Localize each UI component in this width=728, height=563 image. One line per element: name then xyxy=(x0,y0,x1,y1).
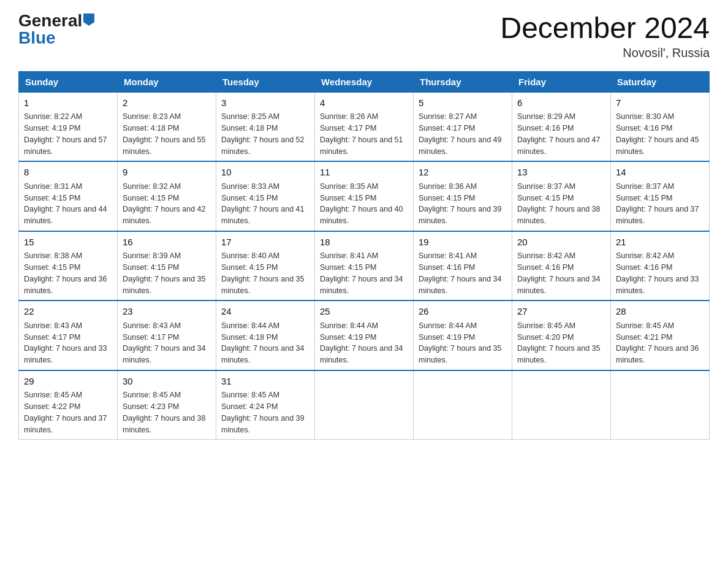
day-sunrise: Sunrise: 8:36 AM xyxy=(419,182,477,191)
day-sunrise: Sunrise: 8:25 AM xyxy=(221,112,279,121)
day-daylight: Daylight: 7 hours and 40 minutes. xyxy=(320,205,403,225)
day-number: 25 xyxy=(320,305,408,319)
day-sunrise: Sunrise: 8:23 AM xyxy=(123,112,181,121)
table-row: 5Sunrise: 8:27 AMSunset: 4:17 PMDaylight… xyxy=(414,92,512,161)
day-sunrise: Sunrise: 8:37 AM xyxy=(517,182,575,191)
day-number: 16 xyxy=(123,236,211,250)
day-sunrise: Sunrise: 8:45 AM xyxy=(221,391,279,399)
table-row: 26Sunrise: 8:44 AMSunset: 4:19 PMDayligh… xyxy=(414,301,512,370)
day-sunset: Sunset: 4:16 PM xyxy=(616,124,672,132)
day-number: 22 xyxy=(24,305,112,319)
day-sunset: Sunset: 4:18 PM xyxy=(221,124,278,132)
day-sunset: Sunset: 4:23 PM xyxy=(123,402,179,411)
day-sunset: Sunset: 4:15 PM xyxy=(419,194,475,202)
day-sunset: Sunset: 4:19 PM xyxy=(24,124,80,132)
day-sunset: Sunset: 4:24 PM xyxy=(221,402,278,411)
day-daylight: Daylight: 7 hours and 39 minutes. xyxy=(419,205,502,225)
day-number: 14 xyxy=(616,166,704,180)
header-saturday: Saturday xyxy=(611,71,710,92)
table-row: 1Sunrise: 8:22 AMSunset: 4:19 PMDaylight… xyxy=(19,92,118,161)
day-daylight: Daylight: 7 hours and 55 minutes. xyxy=(123,136,206,156)
day-daylight: Daylight: 7 hours and 35 minutes. xyxy=(221,275,305,295)
day-daylight: Daylight: 7 hours and 49 minutes. xyxy=(419,136,502,156)
day-sunset: Sunset: 4:15 PM xyxy=(320,263,376,272)
table-row: 19Sunrise: 8:41 AMSunset: 4:16 PMDayligh… xyxy=(414,231,512,301)
day-daylight: Daylight: 7 hours and 35 minutes. xyxy=(517,344,601,364)
logo: General Blue xyxy=(18,12,94,47)
table-row xyxy=(414,370,512,440)
day-daylight: Daylight: 7 hours and 34 minutes. xyxy=(320,344,403,364)
day-number: 26 xyxy=(419,305,507,319)
table-row: 10Sunrise: 8:33 AMSunset: 4:15 PMDayligh… xyxy=(216,161,315,231)
table-row: 16Sunrise: 8:39 AMSunset: 4:15 PMDayligh… xyxy=(118,231,216,301)
day-sunrise: Sunrise: 8:44 AM xyxy=(320,321,378,330)
day-sunset: Sunset: 4:17 PM xyxy=(24,333,80,342)
day-number: 28 xyxy=(616,305,704,319)
day-number: 10 xyxy=(221,166,309,180)
day-number: 1 xyxy=(24,96,112,110)
table-row: 28Sunrise: 8:45 AMSunset: 4:21 PMDayligh… xyxy=(611,301,710,370)
table-row xyxy=(611,370,710,440)
day-number: 19 xyxy=(419,236,507,250)
day-sunset: Sunset: 4:15 PM xyxy=(616,194,672,202)
day-sunrise: Sunrise: 8:42 AM xyxy=(616,251,674,260)
day-sunset: Sunset: 4:17 PM xyxy=(419,124,475,132)
day-daylight: Daylight: 7 hours and 45 minutes. xyxy=(616,136,699,156)
day-daylight: Daylight: 7 hours and 36 minutes. xyxy=(616,344,699,364)
day-sunrise: Sunrise: 8:37 AM xyxy=(616,182,674,191)
day-daylight: Daylight: 7 hours and 34 minutes. xyxy=(221,344,305,364)
day-daylight: Daylight: 7 hours and 34 minutes. xyxy=(419,275,502,295)
day-daylight: Daylight: 7 hours and 35 minutes. xyxy=(123,275,206,295)
table-row: 9Sunrise: 8:32 AMSunset: 4:15 PMDaylight… xyxy=(118,161,216,231)
day-daylight: Daylight: 7 hours and 33 minutes. xyxy=(24,344,107,364)
day-sunrise: Sunrise: 8:22 AM xyxy=(24,112,82,121)
table-row xyxy=(512,370,611,440)
table-row: 13Sunrise: 8:37 AMSunset: 4:15 PMDayligh… xyxy=(512,161,611,231)
day-daylight: Daylight: 7 hours and 38 minutes. xyxy=(123,414,206,434)
page-header: General Blue December 2024 Novosil', Rus… xyxy=(18,12,710,60)
calendar-week-row: 1Sunrise: 8:22 AMSunset: 4:19 PMDaylight… xyxy=(19,92,710,161)
day-number: 17 xyxy=(221,236,309,250)
table-row: 22Sunrise: 8:43 AMSunset: 4:17 PMDayligh… xyxy=(19,301,118,370)
calendar-header-row: Sunday Monday Tuesday Wednesday Thursday… xyxy=(19,71,710,92)
day-sunset: Sunset: 4:15 PM xyxy=(123,263,179,272)
day-number: 5 xyxy=(419,96,507,110)
day-number: 12 xyxy=(419,166,507,180)
calendar-title: December 2024 xyxy=(500,12,710,45)
day-sunrise: Sunrise: 8:44 AM xyxy=(419,321,477,330)
day-sunset: Sunset: 4:15 PM xyxy=(24,263,80,272)
day-sunset: Sunset: 4:15 PM xyxy=(517,194,574,202)
day-sunrise: Sunrise: 8:45 AM xyxy=(616,321,674,330)
table-row: 12Sunrise: 8:36 AMSunset: 4:15 PMDayligh… xyxy=(414,161,512,231)
table-row: 24Sunrise: 8:44 AMSunset: 4:18 PMDayligh… xyxy=(216,301,315,370)
svg-marker-0 xyxy=(83,13,94,26)
day-sunrise: Sunrise: 8:40 AM xyxy=(221,251,279,260)
day-number: 2 xyxy=(123,96,211,110)
table-row: 4Sunrise: 8:26 AMSunset: 4:17 PMDaylight… xyxy=(315,92,414,161)
table-row: 27Sunrise: 8:45 AMSunset: 4:20 PMDayligh… xyxy=(512,301,611,370)
day-number: 31 xyxy=(221,375,309,389)
logo-arrow-icon xyxy=(83,13,94,26)
day-sunrise: Sunrise: 8:30 AM xyxy=(616,112,674,121)
table-row: 18Sunrise: 8:41 AMSunset: 4:15 PMDayligh… xyxy=(315,231,414,301)
day-sunset: Sunset: 4:16 PM xyxy=(616,263,672,272)
day-sunrise: Sunrise: 8:32 AM xyxy=(123,182,181,191)
day-number: 13 xyxy=(517,166,605,180)
day-number: 27 xyxy=(517,305,605,319)
day-sunset: Sunset: 4:18 PM xyxy=(221,333,278,342)
day-sunset: Sunset: 4:15 PM xyxy=(320,194,376,202)
day-sunset: Sunset: 4:15 PM xyxy=(221,194,278,202)
day-sunrise: Sunrise: 8:39 AM xyxy=(123,251,181,260)
day-sunrise: Sunrise: 8:38 AM xyxy=(24,251,82,260)
table-row: 11Sunrise: 8:35 AMSunset: 4:15 PMDayligh… xyxy=(315,161,414,231)
table-row: 21Sunrise: 8:42 AMSunset: 4:16 PMDayligh… xyxy=(611,231,710,301)
day-number: 6 xyxy=(517,96,605,110)
day-daylight: Daylight: 7 hours and 34 minutes. xyxy=(123,344,206,364)
day-sunrise: Sunrise: 8:31 AM xyxy=(24,182,82,191)
table-row xyxy=(315,370,414,440)
title-block: December 2024 Novosil', Russia xyxy=(500,12,710,60)
table-row: 6Sunrise: 8:29 AMSunset: 4:16 PMDaylight… xyxy=(512,92,611,161)
table-row: 23Sunrise: 8:43 AMSunset: 4:17 PMDayligh… xyxy=(118,301,216,370)
day-sunrise: Sunrise: 8:29 AM xyxy=(517,112,575,121)
header-tuesday: Tuesday xyxy=(216,71,315,92)
